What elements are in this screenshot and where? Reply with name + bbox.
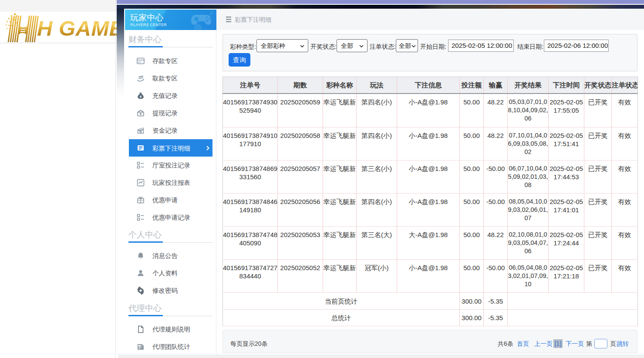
svg-text:¥: ¥ bbox=[140, 95, 142, 99]
